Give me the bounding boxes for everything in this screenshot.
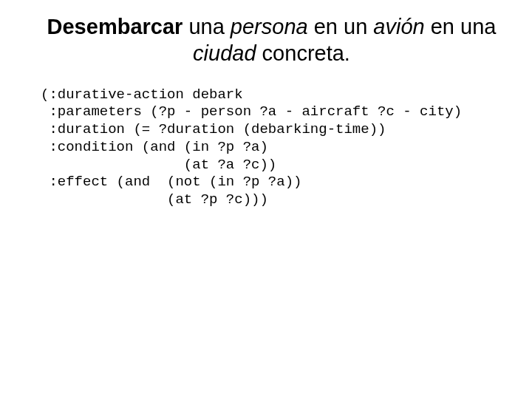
slide-title: Desembarcar una persona en un avión en u… — [41, 13, 502, 67]
slide: Desembarcar una persona en un avión en u… — [0, 0, 532, 399]
code-line: :effect (and (not (in ?p ?a)) — [41, 174, 301, 190]
code-line: :duration (= ?duration (debarking-time)) — [41, 121, 386, 137]
code-line: (:durative-action debark — [41, 86, 243, 103]
code-line: :parameters (?p - person ?a - aircraft ?… — [41, 103, 462, 120]
code-line: :condition (and (in ?p ?a) — [41, 139, 268, 155]
title-text: una — [183, 15, 231, 38]
title-text: concreta. — [256, 41, 350, 65]
code-line: (at ?a ?c)) — [41, 157, 276, 173]
code-block: (:durative-action debark :parameters (?p… — [41, 86, 502, 209]
code-line: (at ?p ?c))) — [41, 191, 268, 208]
title-text: en un — [308, 15, 374, 38]
title-word-persona: persona — [231, 15, 308, 38]
title-word-ciudad: ciudad — [193, 41, 256, 65]
title-text: en una — [425, 15, 497, 38]
title-word-desembarcar: Desembarcar — [47, 15, 183, 38]
title-word-avion: avión — [373, 15, 424, 38]
